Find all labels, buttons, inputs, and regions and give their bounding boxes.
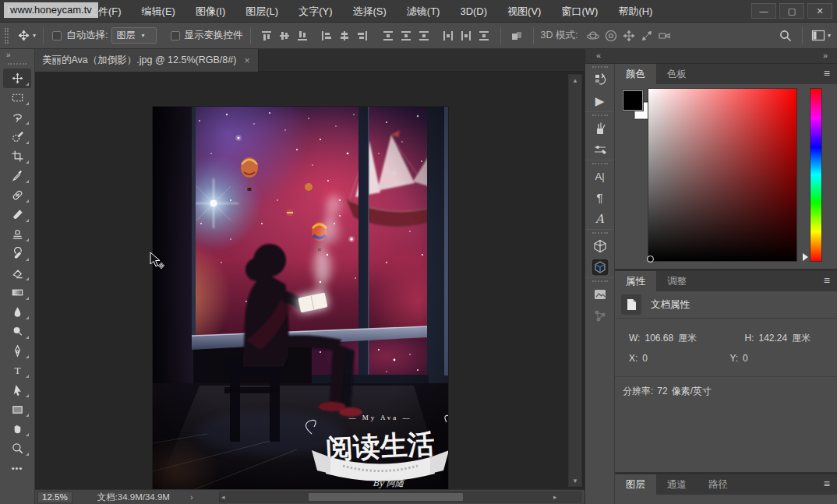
workspace-chevron-icon[interactable]: ▾	[828, 33, 831, 39]
align-right-icon[interactable]	[354, 26, 372, 44]
distribute-top-icon[interactable]	[380, 26, 397, 44]
strip-drag-handle[interactable]	[592, 66, 608, 68]
y-value[interactable]: 0	[743, 353, 748, 364]
zoom-level-field[interactable]: 12.5%	[37, 492, 72, 503]
tool-preset-chevron-icon[interactable]: ▾	[33, 33, 36, 39]
menu-type[interactable]: 文字(Y)	[288, 0, 342, 23]
eyedropper-tool[interactable]	[3, 166, 31, 185]
gradient-tool[interactable]	[3, 283, 31, 302]
libraries-panel-icon[interactable]	[587, 284, 613, 305]
rectangle-shape-tool[interactable]	[3, 400, 31, 419]
x-value[interactable]: 0	[642, 353, 648, 364]
menu-window[interactable]: 窗口(W)	[551, 0, 608, 23]
menu-help[interactable]: 帮助(H)	[608, 0, 662, 23]
auto-align-layers-icon[interactable]	[508, 26, 526, 44]
brush-settings-panel-icon[interactable]	[587, 139, 613, 160]
horizontal-scrollbar-thumb[interactable]	[309, 493, 463, 501]
color-saturation-field[interactable]	[648, 88, 797, 262]
height-unit[interactable]: 厘米	[792, 333, 811, 344]
align-bottom-icon[interactable]	[294, 26, 312, 44]
3d-slide-icon[interactable]	[637, 26, 655, 44]
brush-tool[interactable]	[3, 205, 31, 224]
toolbar-drag-handle[interactable]	[8, 63, 26, 65]
auto-select-checkbox[interactable]	[52, 31, 62, 41]
menu-image[interactable]: 图像(I)	[185, 0, 235, 23]
panel-menu-icon[interactable]: ≡	[824, 271, 830, 291]
auto-select-target-dropdown[interactable]: 图层 ▾	[111, 27, 157, 44]
tab-color[interactable]: 颜色	[615, 64, 656, 84]
horizontal-scrollbar[interactable]: ◂ ▸	[219, 492, 581, 502]
distribute-right-icon[interactable]	[475, 26, 493, 44]
options-drag-handle[interactable]	[5, 28, 9, 44]
width-unit[interactable]: 厘米	[678, 333, 697, 344]
menu-view[interactable]: 视图(V)	[497, 0, 551, 23]
color-field-cursor[interactable]	[647, 256, 654, 263]
edit-toolbar-ellipsis-icon[interactable]: •••	[3, 458, 31, 478]
character-panel-icon[interactable]: A|	[587, 166, 613, 187]
dodge-tool[interactable]	[3, 322, 31, 341]
resolution-value[interactable]: 72	[657, 386, 667, 397]
path-selection-tool[interactable]	[3, 380, 31, 400]
eraser-tool[interactable]	[3, 263, 31, 283]
tab-properties[interactable]: 属性	[615, 271, 656, 291]
move-tool[interactable]	[3, 69, 31, 88]
close-button[interactable]: ✕	[807, 3, 832, 19]
strip-drag-handle[interactable]	[592, 115, 608, 116]
pen-tool[interactable]	[3, 341, 31, 361]
scroll-up-icon[interactable]: ▴	[569, 76, 581, 85]
collapse-icon-strip-icon[interactable]: «	[596, 51, 601, 60]
menu-filter[interactable]: 滤镜(T)	[397, 0, 450, 23]
crop-tool[interactable]	[3, 146, 31, 166]
type-tool[interactable]: T	[3, 361, 31, 380]
actions-panel-icon[interactable]: ▶	[587, 90, 613, 111]
align-horizontal-center-icon[interactable]	[336, 26, 354, 44]
spot-healing-brush-tool[interactable]	[3, 185, 31, 205]
3d-rotate-icon[interactable]	[584, 26, 602, 44]
strip-drag-handle[interactable]	[592, 163, 608, 164]
document-tab[interactable]: 美丽的Ava（加倒影）.jpg @ 12.5%(RGB/8#) ×	[35, 49, 259, 72]
hue-slider-arrow[interactable]	[803, 253, 808, 261]
tab-paths[interactable]: 路径	[698, 474, 739, 495]
workspace-switcher-icon[interactable]	[810, 26, 828, 44]
tab-channels[interactable]: 通道	[656, 474, 698, 495]
hand-tool[interactable]	[3, 419, 31, 439]
align-vertical-center-icon[interactable]	[276, 26, 294, 44]
document-canvas-image[interactable]: — My Ava — 阅读生活 By 阿随	[153, 107, 448, 500]
menu-select[interactable]: 选择(S)	[342, 0, 396, 23]
status-chevron-icon[interactable]: ›	[190, 492, 193, 502]
distribute-vertical-center-icon[interactable]	[397, 26, 415, 44]
distribute-left-icon[interactable]	[440, 26, 457, 44]
align-left-icon[interactable]	[318, 26, 336, 44]
scroll-down-icon[interactable]: ▾	[569, 476, 581, 485]
collapse-panels-icon[interactable]: »	[823, 51, 828, 60]
3d-drag-icon[interactable]	[620, 26, 637, 44]
minimize-button[interactable]: —	[751, 3, 776, 19]
3d-camera-icon[interactable]	[655, 26, 673, 44]
scroll-right-icon[interactable]: ▸	[553, 492, 557, 502]
search-icon[interactable]	[777, 26, 795, 44]
strip-drag-handle[interactable]	[592, 232, 608, 234]
foreground-color-swatch[interactable]	[623, 90, 643, 111]
show-transform-checkbox[interactable]	[171, 31, 180, 41]
history-brush-tool[interactable]	[3, 244, 31, 263]
align-top-icon[interactable]	[258, 26, 276, 44]
distribute-bottom-icon[interactable]	[415, 26, 433, 44]
hue-ramp[interactable]	[810, 88, 822, 262]
blur-tool[interactable]	[3, 302, 31, 322]
distribute-horizontal-center-icon[interactable]	[457, 26, 475, 44]
width-value[interactable]: 106.68	[645, 333, 673, 344]
zoom-tool[interactable]	[3, 439, 31, 458]
sync-panel-icon[interactable]	[587, 305, 613, 326]
maximize-button[interactable]: ▢	[779, 3, 804, 19]
height-value[interactable]: 142.24	[759, 333, 788, 344]
tab-adjustments[interactable]: 调整	[656, 271, 698, 291]
3d-scene-panel-icon[interactable]	[587, 256, 613, 277]
menu-3d[interactable]: 3D(D)	[450, 0, 497, 23]
menu-edit[interactable]: 编辑(E)	[132, 0, 185, 23]
quick-selection-tool[interactable]	[3, 127, 31, 146]
history-panel-icon[interactable]	[587, 69, 613, 90]
panel-menu-icon[interactable]: ≡	[824, 474, 830, 495]
canvas-pasteboard[interactable]: — My Ava — 阅读生活 By 阿随	[35, 72, 584, 489]
3d-panel-icon[interactable]	[587, 235, 613, 256]
scroll-left-icon[interactable]: ◂	[221, 492, 225, 502]
